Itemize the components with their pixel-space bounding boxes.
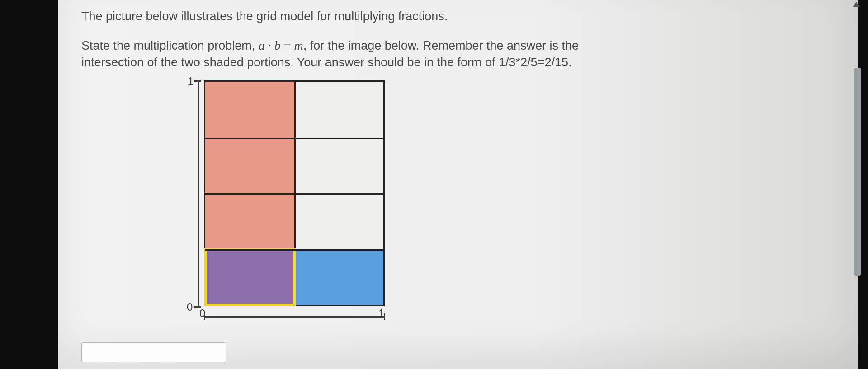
math-var-m: m xyxy=(294,38,303,52)
x-axis xyxy=(204,316,385,318)
question-content: The picture below illustrates the grid m… xyxy=(81,8,714,70)
grid-hline-3 xyxy=(205,249,383,251)
y-axis-label-bottom: 0 xyxy=(187,301,193,313)
unit-square xyxy=(204,80,385,306)
prompt-lead: State the multiplication problem, xyxy=(81,39,259,52)
intro-text: The picture below illustrates the grid m… xyxy=(81,8,714,25)
math-var-b: b xyxy=(274,38,281,52)
shade-vertical-fraction xyxy=(205,82,294,249)
prompt-mid: , for the image below. Remember the answ… xyxy=(303,39,579,52)
window-frame: The picture below illustrates the grid m… xyxy=(0,0,868,369)
scrollbar-track[interactable] xyxy=(858,0,865,369)
prompt-line2: intersection of the two shaded portions.… xyxy=(81,56,571,69)
shade-intersection xyxy=(205,249,294,305)
x-axis-label-right: 1 xyxy=(378,307,384,320)
answer-input[interactable] xyxy=(81,342,226,362)
math-dot: · xyxy=(265,38,274,52)
grid-hline-2 xyxy=(205,193,383,195)
scrollbar-thumb[interactable] xyxy=(854,68,861,276)
y-tick-1 xyxy=(194,80,201,82)
grid-hline-1 xyxy=(205,138,383,139)
y-axis xyxy=(198,80,199,308)
shade-horizontal-fraction-right xyxy=(294,249,383,305)
prompt-text: State the multiplication problem, a · b … xyxy=(81,37,714,70)
x-axis-label-left: 0 xyxy=(199,307,205,320)
y-axis-label-top: 1 xyxy=(188,75,193,88)
math-eq: = xyxy=(281,38,294,52)
scroll-up-icon[interactable] xyxy=(853,2,860,7)
fraction-grid-diagram: 1 0 0 1 xyxy=(188,77,396,321)
math-var-a: a xyxy=(259,38,265,52)
